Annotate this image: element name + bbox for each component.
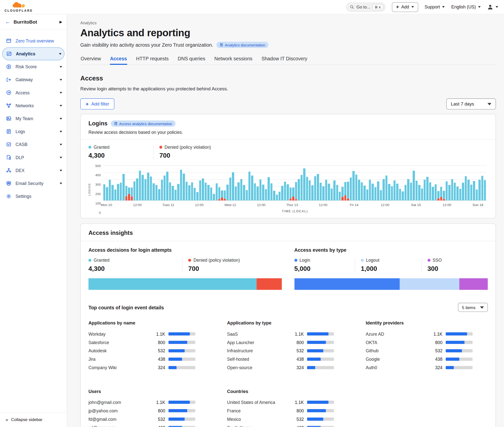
sidebar-item-networks[interactable]: Networks <box>0 99 67 112</box>
sidebar-item-zero-trust-overview[interactable]: Zero Trust overview <box>0 34 67 47</box>
granted-segment <box>229 178 231 200</box>
login-bar <box>251 166 253 201</box>
tab-overview[interactable]: Overview <box>80 56 101 64</box>
list-item[interactable]: Open-source324 <box>227 363 334 372</box>
user-menu[interactable] <box>487 4 498 10</box>
list-item[interactable]: Azure AD1.1K <box>366 330 473 338</box>
tab-http-requests[interactable]: HTTP requests <box>136 56 169 64</box>
x-tick-label: Fri 14 <box>350 203 359 207</box>
list-item[interactable]: App Launcher800 <box>227 338 334 347</box>
stat-header: Logout <box>361 258 417 263</box>
sidebar-item-gateway[interactable]: Gateway <box>0 73 67 86</box>
login-bar <box>336 166 338 201</box>
tab-shadow-it-discovery[interactable]: Shadow IT Discovery <box>261 56 308 64</box>
item-bar-track <box>446 341 472 344</box>
granted-segment <box>306 177 308 201</box>
login-bar <box>377 166 379 201</box>
item-bar-track <box>168 349 195 352</box>
back-arrow-icon[interactable]: ← <box>5 19 10 25</box>
sidebar-item-logs[interactable]: Logs <box>0 125 67 138</box>
support-menu[interactable]: Support <box>425 4 445 9</box>
sidebar-item-label: CASB <box>16 142 55 147</box>
list-item[interactable]: United States of America1.1K <box>227 398 334 406</box>
breadcrumb[interactable]: Analytics <box>80 21 496 25</box>
items-count-select[interactable]: 5 items <box>458 303 488 312</box>
dex-icon <box>6 168 11 173</box>
list-item[interactable]: cd@msn.com438 <box>88 423 195 427</box>
list-item[interactable]: Company Wiki324 <box>88 363 195 372</box>
sidebar-item-dex[interactable]: DEX <box>0 164 67 177</box>
chevron-right-icon[interactable]: ▶ <box>59 20 62 24</box>
list-item[interactable]: SaaS1.1K <box>227 330 334 338</box>
sidebar-item-casb[interactable]: CASB <box>0 138 67 151</box>
sidebar-item-dlp[interactable]: DLP <box>0 151 67 164</box>
granted-segment <box>440 187 442 197</box>
granted-segment <box>317 174 319 200</box>
sidebar-item-settings[interactable]: Settings <box>0 190 67 203</box>
analytics-documentation-badge[interactable]: Analytics documentation <box>216 42 269 48</box>
granted-segment <box>270 183 272 201</box>
list-item[interactable]: Auth0324 <box>366 363 473 372</box>
item-bar-track <box>307 409 334 412</box>
goto-search[interactable]: Go to... ⌘ K <box>346 2 385 12</box>
list-item[interactable]: Self-hosted438 <box>227 355 334 363</box>
add-filter-button[interactable]: + Add filter <box>80 99 114 109</box>
list-title: Identity providers <box>366 320 473 325</box>
list-item[interactable]: Mexico532 <box>227 415 334 423</box>
login-bar <box>205 166 207 201</box>
logins-card: Logins Access analytics documentation Re… <box>80 114 496 218</box>
list-item[interactable]: Google438 <box>366 355 473 363</box>
granted-segment <box>153 183 155 201</box>
login-bar <box>473 166 475 201</box>
granted-segment <box>172 186 174 201</box>
sidebar-item-my-team[interactable]: My Team <box>0 112 67 125</box>
sidebar-item-email-security[interactable]: Email Security <box>0 177 67 190</box>
list-item[interactable]: France800 <box>227 406 334 415</box>
list-item[interactable]: john@gmail.com1.1K <box>88 398 195 406</box>
sidebar-item-risk-score[interactable]: Risk Score <box>0 60 67 73</box>
login-bar <box>139 166 141 201</box>
list-item[interactable]: Workday1.1K <box>88 330 195 338</box>
granted-segment <box>396 183 398 200</box>
tab-dns-queries[interactable]: DNS queries <box>177 56 206 64</box>
list-item[interactable]: Jira438 <box>88 355 195 363</box>
access-decisions-stacked-bar <box>88 278 282 290</box>
item-label: South Korea <box>227 425 293 427</box>
list-item[interactable]: OKTA800 <box>366 338 473 347</box>
access-insights-card: Access insights Access decisions for log… <box>80 223 496 427</box>
list-item[interactable]: Autodesk532 <box>88 347 195 355</box>
item-bar-fill <box>168 341 187 344</box>
add-button[interactable]: + Add <box>392 2 418 12</box>
list-item[interactable]: jp@yahoo.com800 <box>88 406 195 415</box>
y-tick-label: 0 <box>99 211 101 214</box>
login-bar <box>427 166 429 201</box>
list-item[interactable]: fd@gmail.com532 <box>88 415 195 423</box>
time-range-select[interactable]: Last 7 days <box>446 99 496 109</box>
tab-bar: OverviewAccessHTTP requestsDNS queriesNe… <box>80 56 496 65</box>
granted-segment <box>249 172 251 201</box>
granted-segment <box>185 182 187 200</box>
insights-card-title: Access insights <box>88 230 133 236</box>
login-bar <box>249 166 251 201</box>
list-item[interactable]: Github532 <box>366 347 473 355</box>
login-bar <box>122 166 124 201</box>
granted-segment <box>109 180 111 201</box>
denied-segment <box>131 197 133 200</box>
stat-sso: SSO300 <box>421 258 488 272</box>
list-item[interactable]: Infrastructure532 <box>227 347 334 355</box>
list-item[interactable]: South Korea438 <box>227 423 334 427</box>
granted-segment <box>311 185 313 200</box>
sidebar-item-access[interactable]: Access <box>0 86 67 99</box>
tab-access[interactable]: Access <box>110 56 127 64</box>
login-bar <box>383 166 385 201</box>
collapse-sidebar-button[interactable]: « Collapse sidebar <box>0 412 67 427</box>
language-menu[interactable]: English (US) <box>451 4 481 9</box>
cloudflare-logo[interactable]: CLOUDFLARE <box>4 2 33 12</box>
granted-segment <box>273 191 275 200</box>
stat-header: SSO <box>427 258 484 263</box>
login-bar <box>224 166 226 201</box>
list-item[interactable]: Salesforce800 <box>88 338 195 347</box>
access-analytics-documentation-badge[interactable]: Access analytics documentation <box>111 120 175 127</box>
sidebar-item-analytics[interactable]: Analytics <box>2 47 64 60</box>
tab-network-sessions[interactable]: Network sessions <box>214 56 253 64</box>
